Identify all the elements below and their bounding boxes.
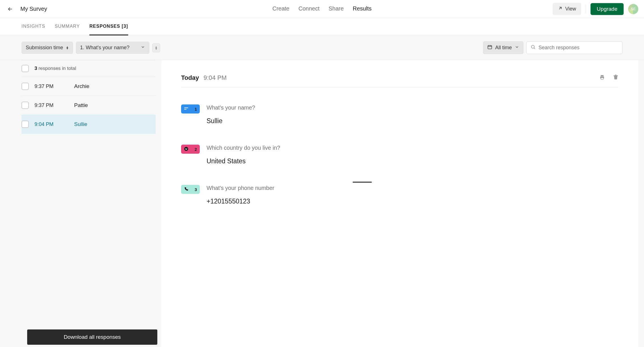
detail-actions — [599, 74, 619, 81]
external-link-icon — [558, 6, 563, 12]
avatar[interactable]: SE — [628, 4, 638, 14]
divider — [586, 5, 586, 13]
search-input-wrapper[interactable] — [526, 41, 622, 54]
answer-text: United States — [207, 157, 619, 165]
back-button[interactable] — [6, 5, 15, 14]
svg-rect-4 — [601, 78, 603, 80]
phone-icon — [184, 187, 188, 192]
response-row[interactable]: 9:04 PM Sullie — [22, 115, 156, 134]
tab-share[interactable]: Share — [329, 0, 344, 183]
response-row[interactable]: 9:37 PM Archie — [22, 77, 156, 96]
question-number: 2 — [195, 147, 197, 152]
qa-item: 3 What's your phone number +12015550123 — [181, 185, 619, 205]
search-input[interactable] — [538, 45, 618, 51]
question-text: What's your name? — [207, 104, 619, 111]
total-count: 3 — [35, 66, 37, 71]
qa-item: 1 What's your name? Sullie — [181, 104, 619, 125]
row-checkbox[interactable] — [22, 102, 29, 109]
page-title: My Survey — [20, 6, 47, 12]
svg-rect-0 — [488, 46, 492, 49]
qa-list: 1 What's your name? Sullie 2 Which count… — [181, 104, 619, 205]
date-filter-label: All time — [495, 45, 512, 51]
responses-list: 3 responses in total 9:37 PM Archie 9:37… — [6, 60, 156, 347]
row-checkbox[interactable] — [22, 121, 29, 128]
question-badge: 2 — [181, 145, 200, 154]
trash-icon[interactable] — [613, 74, 619, 81]
response-row[interactable]: 9:37 PM Pattie — [22, 96, 156, 115]
topbar: My Survey Create Connect Share Results V… — [0, 0, 644, 18]
svg-rect-2 — [601, 75, 604, 76]
answer-text: +12015550123 — [207, 198, 619, 205]
subtab-summary[interactable]: SUMMARY — [55, 18, 80, 35]
print-icon[interactable] — [599, 74, 605, 81]
svg-point-7 — [184, 147, 188, 151]
view-button[interactable]: View — [553, 3, 581, 15]
sort-dropdown[interactable]: Submission time ▲▼ — [22, 42, 73, 54]
question-number: 3 — [195, 187, 197, 192]
tab-create[interactable]: Create — [272, 0, 289, 183]
detail-day: Today — [181, 74, 199, 82]
question-badge: 3 — [181, 185, 200, 194]
sort-caret-icon: ▲▼ — [66, 46, 69, 50]
topbar-right: View Upgrade SE — [553, 3, 638, 15]
date-filter-dropdown[interactable]: All time — [483, 41, 523, 54]
download-all-button[interactable]: Download all responses — [27, 329, 157, 345]
chevron-down-icon — [515, 45, 519, 51]
secondary-sort-button[interactable]: ▲▼ — [152, 43, 160, 52]
question-filter-label: 1. What's your name? — [80, 45, 130, 51]
row-name: Sullie — [74, 121, 87, 127]
response-detail: Today 9:04 PM 1 What's — [161, 60, 638, 347]
calendar-icon — [487, 44, 492, 51]
row-name: Archie — [74, 83, 89, 89]
detail-time: 9:04 PM — [203, 74, 227, 82]
question-text: Which country do you live in? — [207, 145, 619, 151]
row-checkbox[interactable] — [22, 83, 29, 90]
upgrade-button[interactable]: Upgrade — [591, 3, 624, 15]
answer-text: Sullie — [207, 117, 619, 125]
chevron-down-icon — [141, 45, 145, 51]
row-time: 9:37 PM — [35, 102, 68, 108]
row-time: 9:37 PM — [35, 83, 68, 89]
question-text: What's your phone number — [207, 185, 619, 191]
question-filter-dropdown[interactable]: 1. What's your name? — [76, 42, 149, 54]
list-header: 3 responses in total — [22, 60, 156, 77]
short-text-icon — [184, 107, 188, 111]
view-button-label: View — [565, 6, 576, 12]
dropdown-icon — [184, 147, 188, 152]
tab-results[interactable]: Results — [353, 0, 372, 183]
sort-label: Submission time — [26, 45, 63, 51]
top-tabs: Create Connect Share Results — [272, 0, 372, 183]
search-icon — [531, 44, 536, 51]
qa-item: 2 Which country do you live in? United S… — [181, 145, 619, 165]
detail-header: Today 9:04 PM — [181, 74, 619, 87]
tab-connect[interactable]: Connect — [299, 0, 320, 183]
question-number: 1 — [195, 107, 197, 112]
total-text: responses in total — [38, 66, 76, 71]
svg-rect-5 — [614, 75, 618, 76]
row-time: 9:04 PM — [35, 121, 68, 127]
row-name: Pattie — [74, 102, 88, 108]
question-badge: 1 — [181, 104, 200, 113]
subtab-responses[interactable]: RESPONSES [3] — [89, 18, 128, 35]
select-all-checkbox[interactable] — [22, 65, 29, 72]
svg-point-1 — [531, 45, 534, 48]
subtab-insights[interactable]: INSIGHTS — [22, 18, 45, 35]
svg-rect-6 — [615, 75, 617, 76]
